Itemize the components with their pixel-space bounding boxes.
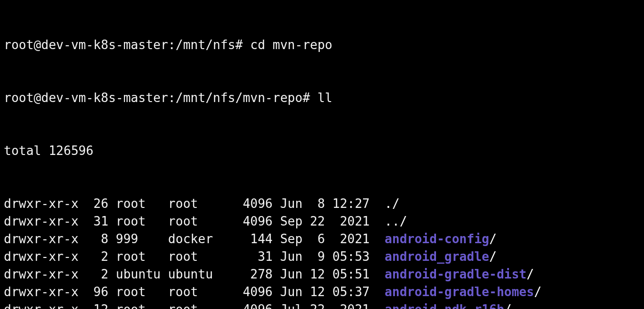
prompt-text: root@dev-vm-k8s-master:/mnt/nfs/mvn-repo… bbox=[4, 91, 317, 105]
list-item-name: android-gradle-dist bbox=[384, 267, 526, 281]
dir-slash: / bbox=[489, 232, 497, 246]
command-text: cd mvn-repo bbox=[250, 38, 332, 52]
list-item: drwxr-xr-x 31 root root 4096 Sep 22 2021… bbox=[4, 213, 640, 230]
list-item-meta: drwxr-xr-x 2 root root 31 Jun 9 05:53 bbox=[4, 249, 384, 264]
list-item: drwxr-xr-x 12 root root 4096 Jul 22 2021… bbox=[4, 301, 640, 309]
dir-slash: / bbox=[504, 302, 512, 309]
list-item: drwxr-xr-x 8 999 docker 144 Sep 6 2021 a… bbox=[4, 230, 640, 248]
list-item-meta: drwxr-xr-x 12 root root 4096 Jul 22 2021 bbox=[4, 302, 384, 309]
command-text: ll bbox=[317, 91, 332, 105]
directory-listing: drwxr-xr-x 26 root root 4096 Jun 8 12:27… bbox=[4, 195, 640, 309]
list-item: drwxr-xr-x 2 ubuntu ubuntu 278 Jun 12 05… bbox=[4, 266, 640, 283]
list-item-name: ./ bbox=[384, 196, 399, 211]
list-item-meta: drwxr-xr-x 26 root root 4096 Jun 8 12:27 bbox=[4, 196, 384, 211]
prompt-line-1: root@dev-vm-k8s-master:/mnt/nfs# cd mvn-… bbox=[4, 36, 640, 54]
list-item: drwxr-xr-x 96 root root 4096 Jun 12 05:3… bbox=[4, 283, 640, 301]
list-item-meta: drwxr-xr-x 96 root root 4096 Jun 12 05:3… bbox=[4, 285, 384, 299]
dir-slash: / bbox=[489, 249, 497, 264]
dir-slash: / bbox=[534, 285, 541, 299]
list-item-name: android-ndk-r16b bbox=[384, 302, 504, 309]
dir-slash: / bbox=[527, 267, 534, 281]
list-item-meta: drwxr-xr-x 8 999 docker 144 Sep 6 2021 bbox=[4, 232, 384, 246]
list-item: drwxr-xr-x 26 root root 4096 Jun 8 12:27… bbox=[4, 195, 640, 213]
total-line: total 126596 bbox=[4, 142, 640, 160]
list-item-meta: drwxr-xr-x 31 root root 4096 Sep 22 2021 bbox=[4, 214, 384, 228]
prompt-line-2: root@dev-vm-k8s-master:/mnt/nfs/mvn-repo… bbox=[4, 89, 640, 107]
terminal-output[interactable]: root@dev-vm-k8s-master:/mnt/nfs# cd mvn-… bbox=[0, 0, 644, 309]
list-item-name: android-config bbox=[384, 232, 489, 246]
list-item-name: android_gradle bbox=[384, 249, 489, 264]
list-item-name: ../ bbox=[384, 214, 407, 228]
list-item-name: android-gradle-homes bbox=[384, 285, 534, 299]
prompt-text: root@dev-vm-k8s-master:/mnt/nfs# bbox=[4, 38, 250, 52]
list-item-meta: drwxr-xr-x 2 ubuntu ubuntu 278 Jun 12 05… bbox=[4, 267, 384, 281]
list-item: drwxr-xr-x 2 root root 31 Jun 9 05:53 an… bbox=[4, 248, 640, 266]
